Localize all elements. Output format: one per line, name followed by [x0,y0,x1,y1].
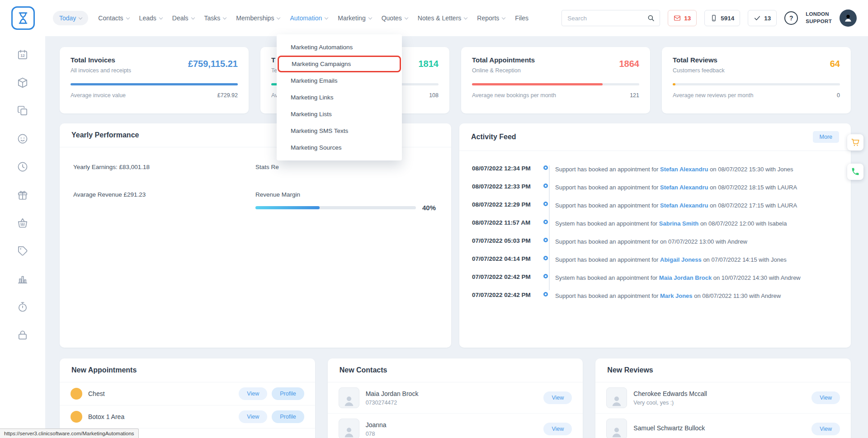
history-icon[interactable] [17,161,28,173]
progress-track [71,83,238,85]
feed-item: 08/07/2022 12:34 PMSupport has booked an… [472,160,838,178]
view-button[interactable]: View [811,423,840,435]
nav-item-automation[interactable]: Automation [290,14,328,22]
feed-item: 07/07/2022 04:14 PMSupport has booked an… [472,250,838,268]
feed-item: 07/07/2022 05:03 PMSupport has booked an… [472,232,838,250]
nav-item-tasks[interactable]: Tasks [204,14,226,22]
view-button[interactable]: View [239,387,267,400]
contact-link[interactable]: Mark Jones [660,292,693,299]
nav-item-quotes[interactable]: Quotes [382,14,408,22]
stat-value: 1864 [619,59,640,69]
profile-button[interactable]: Profile [272,387,304,400]
basket-icon[interactable] [17,217,28,229]
stat-subtitle: Customers feedback [673,67,840,74]
svg-text:12: 12 [20,53,25,58]
activity-feed-header: Activity Feed More [459,123,851,151]
help-button[interactable]: ? [784,11,798,25]
gift-icon[interactable] [17,189,28,201]
appointment-row: Botox 1 Area ViewProfile [60,405,315,429]
package-icon[interactable] [17,77,28,89]
appointment-label: Botox 1 Area [88,413,124,420]
review-row: Samuel Schwartz Bullock View [595,414,851,438]
avatar[interactable] [840,9,857,27]
new-contacts-card: New Contacts Maia Jordan Brock0730274472… [328,358,583,438]
app-logo[interactable] [11,6,35,30]
new-appointments-card: New Appointments Chest ViewProfile Botox… [60,358,315,438]
menu-item-marketing-emails[interactable]: Marketing Emails [277,72,402,89]
bar-chart-icon[interactable] [17,273,28,285]
tasks-badge[interactable]: 13 [748,10,777,26]
contact-link[interactable]: Stefan Alexandru [660,184,708,191]
stat-value: £759,115.21 [188,59,238,69]
revenue-margin-block: Revenue Margin 40% [255,191,438,212]
timeline-dot-icon [543,165,548,170]
top-navigation-bar: Today Contacts Leads Deals Tasks Members… [0,0,868,36]
nav-item-reports[interactable]: Reports [477,14,505,22]
menu-item-marketing-sms-texts[interactable]: Marketing SMS Texts [277,122,402,139]
contact-phone: 078 [366,431,387,437]
timeline-dot-icon [543,292,548,297]
contact-link[interactable]: Sabrina Smith [659,220,698,227]
stats-row: Total Invoices All invoices and receipts… [60,47,851,113]
stat-card-total-invoices: Total Invoices All invoices and receipts… [60,47,249,113]
search-icon[interactable] [647,14,655,22]
review-text: Very cool, yes :) [633,400,707,406]
check-icon [754,14,761,22]
view-button[interactable]: View [543,423,572,435]
new-contacts-header: New Contacts [328,358,583,382]
contact-link[interactable]: Stefan Alexandru [660,202,708,209]
menu-item-marketing-campaigns[interactable]: Marketing Campaigns [278,56,401,72]
phone-count: 5914 [721,15,734,22]
menu-item-marketing-sources[interactable]: Marketing Sources [277,139,402,156]
task-count: 13 [764,15,771,22]
search-box [561,10,660,26]
view-button[interactable]: View [239,410,267,423]
progress-track [472,83,639,85]
stat-subtitle: Online & Reception [472,67,639,74]
nav-item-memberships[interactable]: Memberships [236,14,280,22]
appointment-label: Chest [88,390,105,397]
nav-item-today[interactable]: Today [53,11,88,25]
contact-name: Maia Jordan Brock [366,390,419,397]
average-revenue: Avarage Revenue £291.23 [73,191,255,212]
face-icon[interactable] [17,133,28,145]
search-input[interactable] [567,15,647,22]
panel-title: Activity Feed [471,133,516,141]
chevron-down-icon [223,15,226,19]
nav-item-contacts[interactable]: Contacts [98,14,129,22]
feed-item: 08/07/2022 12:33 PMSupport has booked an… [472,178,838,196]
nav-item-files[interactable]: Files [515,14,528,22]
contact-link[interactable]: Maia Jordan Brock [659,274,712,281]
nav-item-leads[interactable]: Leads [139,14,162,22]
nav-item-marketing[interactable]: Marketing [338,14,371,22]
progress-fill [472,83,603,85]
tag-icon[interactable] [17,245,28,257]
calendar-icon[interactable]: 12 [17,49,28,61]
view-button[interactable]: View [543,391,572,404]
email-notifications-badge[interactable]: 13 [668,10,697,26]
avatar-placeholder [606,387,627,408]
phone-floating-button[interactable] [847,164,863,180]
phone-calls-badge[interactable]: 5914 [704,10,740,26]
nav-item-notes-letters[interactable]: Notes & Letters [418,14,467,22]
progress-fill [673,83,675,85]
cart-floating-button[interactable] [847,134,863,151]
menu-item-marketing-links[interactable]: Marketing Links [277,89,402,106]
chevron-down-icon [159,15,163,19]
view-button[interactable]: View [811,391,840,404]
stat-footer-value: £729.92 [217,92,238,99]
chevron-down-icon [126,15,129,19]
timeline-dot-icon [543,184,548,188]
nav-item-deals[interactable]: Deals [172,14,194,22]
feed-item: 08/07/2022 12:29 PMSupport has booked an… [472,196,838,214]
copy-icon[interactable] [17,105,28,117]
more-button[interactable]: More [813,131,839,143]
timer-icon[interactable] [17,301,28,313]
chevron-down-icon [368,15,372,19]
lock-icon[interactable] [17,329,28,341]
contact-link[interactable]: Abigail Joness [660,256,702,263]
menu-item-marketing-lists[interactable]: Marketing Lists [277,106,402,122]
profile-button[interactable]: Profile [272,410,304,423]
menu-item-marketing-automations[interactable]: Marketing Automations [277,39,402,56]
contact-link[interactable]: Stefan Alexandru [660,166,708,173]
